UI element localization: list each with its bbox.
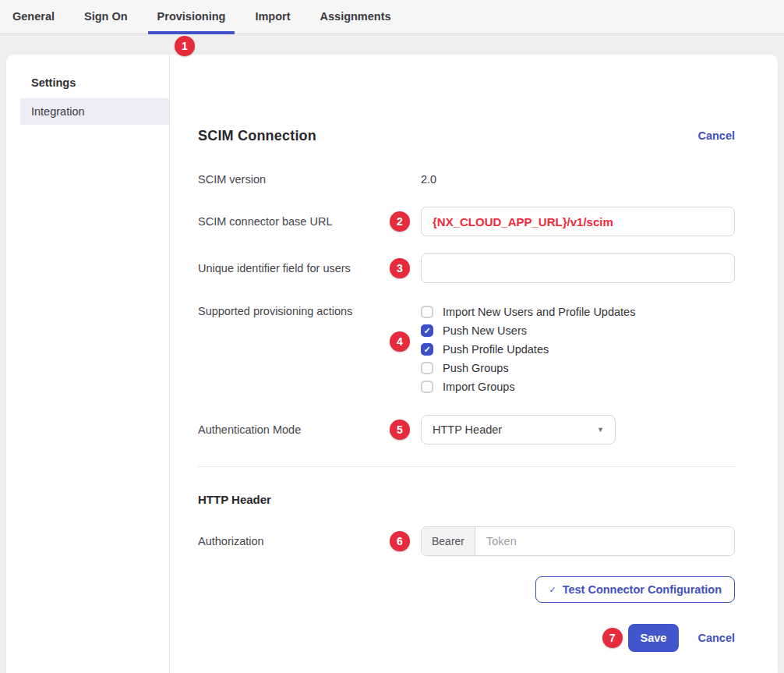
test-connector-label: Test Connector Configuration (563, 583, 722, 596)
unique-id-row: Unique identifier field for users 3 (198, 253, 735, 283)
checkbox-push-new-users[interactable]: Push New Users (421, 321, 635, 340)
authorization-label: Authorization (198, 535, 421, 547)
tab-sign-on[interactable]: Sign On (75, 0, 137, 34)
callout-badge-2: 2 (390, 211, 410, 232)
app-tabbar: General Sign On Provisioning Import Assi… (0, 0, 784, 34)
scim-version-label: SCIM version (198, 173, 421, 186)
checkbox-icon[interactable] (421, 324, 433, 337)
scim-version-value: 2.0 (421, 173, 436, 186)
checkbox-import-groups[interactable]: Import Groups (421, 377, 635, 396)
checkbox-import-new-users[interactable]: Import New Users and Profile Updates (421, 303, 635, 321)
auth-mode-selected-value: HTTP Header (433, 423, 502, 436)
callout-badge-1: 1 (175, 36, 195, 56)
callout-badge-4: 4 (390, 331, 410, 352)
auth-mode-label: Authentication Mode (198, 423, 421, 436)
checkbox-label: Push Profile Updates (443, 343, 549, 356)
cancel-link-top[interactable]: Cancel (697, 129, 735, 142)
tab-import[interactable]: Import (245, 0, 299, 34)
provisioning-actions-label: Supported provisioning actions (198, 303, 421, 317)
base-url-row: SCIM connector base URL 2 (198, 207, 735, 236)
settings-sidebar: Settings Integration (6, 55, 170, 673)
scim-version-row: SCIM version 2.0 (198, 172, 735, 187)
callout-badge-7: 7 (602, 628, 623, 648)
checkbox-push-profile-updates[interactable]: Push Profile Updates (421, 340, 635, 359)
checkbox-icon[interactable] (421, 306, 433, 318)
base-url-input[interactable] (421, 207, 735, 236)
scim-form: SCIM Connection Cancel SCIM version 2.0 … (198, 55, 735, 652)
page-title: SCIM Connection (198, 128, 316, 144)
callout-badge-3: 3 (390, 258, 410, 278)
sidebar-heading: Settings (6, 76, 169, 89)
tab-general[interactable]: General (3, 0, 64, 34)
section-divider (198, 466, 735, 467)
checkbox-label: Push New Users (443, 324, 527, 337)
checkbox-label: Push Groups (443, 362, 509, 374)
checkbox-push-groups[interactable]: Push Groups (421, 359, 635, 377)
test-connector-button[interactable]: ✓ Test Connector Configuration (535, 576, 735, 603)
chevron-down-icon: ▼ (597, 426, 604, 434)
checkbox-label: Import New Users and Profile Updates (443, 306, 635, 318)
check-icon: ✓ (549, 585, 556, 595)
authorization-row: Authorization 6 Bearer (198, 526, 735, 556)
callout-badge-6: 6 (390, 531, 410, 551)
save-button[interactable]: Save (628, 624, 680, 652)
auth-mode-select[interactable]: HTTP Header ▼ (421, 415, 616, 445)
checkbox-icon[interactable] (421, 381, 433, 393)
provisioning-card: Settings Integration SCIM Connection Can… (6, 55, 778, 673)
http-header-section-title: HTTP Header (198, 493, 735, 507)
checkbox-label: Import Groups (443, 381, 515, 393)
sidebar-item-integration[interactable]: Integration (20, 98, 169, 125)
token-input[interactable] (475, 527, 734, 555)
unique-id-input[interactable] (421, 253, 735, 283)
cancel-link-bottom[interactable]: Cancel (697, 632, 735, 644)
base-url-label: SCIM connector base URL (198, 215, 421, 228)
unique-id-label: Unique identifier field for users (198, 262, 421, 275)
auth-mode-row: Authentication Mode 5 HTTP Header ▼ (198, 415, 735, 445)
tab-provisioning[interactable]: Provisioning (148, 0, 235, 34)
checkbox-icon[interactable] (421, 343, 433, 356)
tab-assignments[interactable]: Assignments (311, 0, 401, 34)
provisioning-actions-row: Supported provisioning actions 4 Import … (198, 303, 735, 396)
sidebar-item-label: Integration (31, 105, 85, 118)
checkbox-icon[interactable] (421, 362, 433, 374)
callout-badge-5: 5 (390, 420, 410, 440)
bearer-prefix: Bearer (422, 527, 475, 555)
